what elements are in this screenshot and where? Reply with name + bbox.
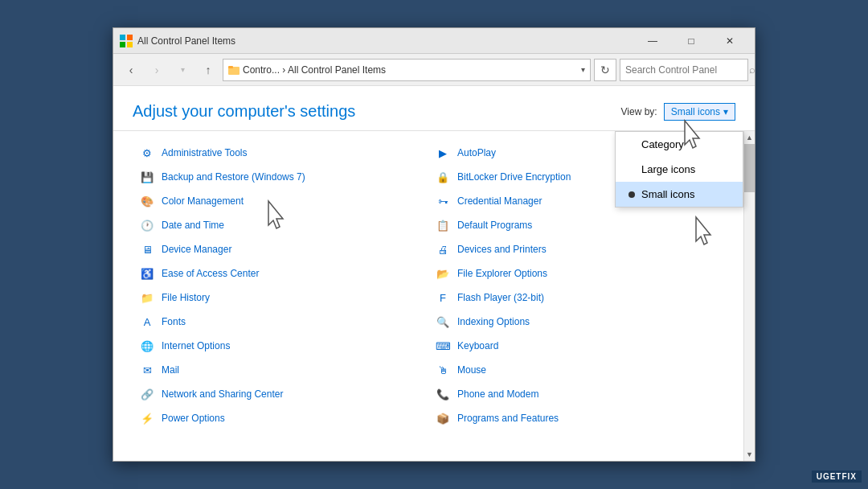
item-label: Fonts <box>162 316 186 327</box>
item-icon: 📋 <box>435 217 451 233</box>
recent-locations-button[interactable]: ▾ <box>171 59 194 81</box>
window-controls: — □ ✕ <box>634 28 748 54</box>
scroll-thumb[interactable] <box>744 144 755 192</box>
item-icon: ✉ <box>139 362 155 378</box>
list-item[interactable]: 📂 File Explorer Options <box>428 261 724 286</box>
list-item[interactable]: 🖱 Mouse <box>428 358 724 382</box>
dropdown-small-icons[interactable]: Small icons <box>616 182 743 207</box>
svg-rect-2 <box>120 42 125 47</box>
up-button[interactable]: ↑ <box>197 59 219 81</box>
item-label: File History <box>162 292 210 303</box>
item-icon: 🔗 <box>139 386 155 402</box>
item-label: Internet Options <box>162 340 230 351</box>
list-item[interactable]: 📁 File History <box>133 286 428 310</box>
list-item[interactable]: 📦 Programs and Features <box>428 406 724 430</box>
item-icon: 🖥 <box>139 241 155 257</box>
back-button[interactable]: ‹ <box>120 59 142 81</box>
item-label: AutoPlay <box>457 147 496 158</box>
item-label: BitLocker Drive Encryption <box>457 171 571 183</box>
item-label: Default Programs <box>457 220 532 231</box>
list-item[interactable]: ⌨ Keyboard <box>428 334 724 358</box>
search-icon: ⌕ <box>749 64 755 76</box>
maximize-button[interactable]: □ <box>673 28 710 54</box>
item-icon: ▶ <box>435 145 451 161</box>
view-dropdown-overlay: Category Large icons Small icons <box>615 131 743 208</box>
search-input[interactable] <box>625 64 746 76</box>
item-icon: 🔒 <box>435 169 451 185</box>
title-bar: All Control Panel Items — □ ✕ <box>113 28 755 54</box>
list-item[interactable]: 💾 Backup and Restore (Windows 7) <box>133 165 428 189</box>
item-label: Devices and Printers <box>457 244 547 255</box>
item-icon: 💾 <box>139 169 155 185</box>
view-by-section: View by: Small icons ▾ <box>621 103 736 121</box>
main-window: All Control Panel Items — □ ✕ ‹ › ▾ ↑ Co… <box>113 27 755 462</box>
item-icon: 🎨 <box>139 193 155 209</box>
item-label: Phone and Modem <box>457 388 538 400</box>
item-icon: 🖨 <box>435 241 451 257</box>
item-icon: ⌨ <box>435 338 451 354</box>
item-icon: 🖱 <box>435 362 451 378</box>
dropdown-large-icons[interactable]: Large icons <box>616 157 743 182</box>
item-icon: 🗝 <box>435 193 451 209</box>
dropdown-category[interactable]: Category <box>616 132 743 157</box>
svg-rect-5 <box>228 66 233 68</box>
scroll-up-arrow[interactable]: ▲ <box>744 131 755 144</box>
dropdown-category-label: Category <box>641 138 684 150</box>
list-item[interactable]: 🖨 Devices and Printers <box>428 237 724 261</box>
item-icon: ♿ <box>139 265 155 281</box>
list-item[interactable]: 📞 Phone and Modem <box>428 382 724 406</box>
address-dropdown-arrow[interactable]: ▾ <box>581 65 585 74</box>
forward-button[interactable]: › <box>145 59 168 81</box>
item-icon: ⚙ <box>139 145 155 161</box>
watermark: UGETFIX <box>812 471 862 483</box>
vertical-scrollbar: ▲ ▼ <box>743 131 755 461</box>
item-icon: 📂 <box>435 265 451 281</box>
item-icon: 🕐 <box>139 217 155 233</box>
item-label: Network and Sharing Center <box>162 388 283 400</box>
address-field[interactable]: Contro... › All Control Panel Items ▾ <box>223 59 591 81</box>
item-label: Mouse <box>457 364 486 376</box>
item-label: Programs and Features <box>457 413 559 424</box>
list-item[interactable]: 🌐 Internet Options <box>133 334 428 358</box>
list-item[interactable]: ⚙ Administrative Tools <box>133 141 428 165</box>
list-item[interactable]: ♿ Ease of Access Center <box>133 261 428 286</box>
window-title: All Control Panel Items <box>137 35 634 47</box>
list-item[interactable]: 📋 Default Programs <box>428 213 724 237</box>
item-label: File Explorer Options <box>457 268 547 279</box>
dropdown-large-icons-label: Large icons <box>641 163 695 175</box>
item-label: Ease of Access Center <box>162 268 259 279</box>
content-header: Adjust your computer's settings View by:… <box>113 86 755 131</box>
close-button[interactable]: ✕ <box>711 28 748 54</box>
item-icon: 🔍 <box>435 314 451 330</box>
item-label: Credential Manager <box>457 195 542 207</box>
item-label: Device Manager <box>162 244 231 255</box>
dropdown-small-icons-label: Small icons <box>641 188 694 200</box>
minimize-button[interactable]: — <box>634 28 671 54</box>
folder-icon <box>228 64 240 76</box>
item-icon: 📞 <box>435 386 451 402</box>
svg-rect-1 <box>127 35 133 40</box>
list-item[interactable]: F Flash Player (32-bit) <box>428 286 724 310</box>
refresh-button[interactable]: ↻ <box>594 59 616 81</box>
list-item[interactable]: 🎨 Color Management <box>133 189 428 213</box>
list-item[interactable]: A Fonts <box>133 310 428 334</box>
item-label: Color Management <box>162 195 244 207</box>
item-icon: F <box>435 290 451 306</box>
breadcrumb-text: Contro... › All Control Panel Items <box>243 64 386 76</box>
list-item[interactable]: 🔍 Indexing Options <box>428 310 724 334</box>
small-icons-dot <box>628 191 635 198</box>
list-item[interactable]: ⚡ Power Options <box>133 406 428 430</box>
view-by-label: View by: <box>621 106 657 117</box>
view-dropdown-button[interactable]: Small icons ▾ <box>664 103 735 121</box>
window-icon <box>120 35 133 47</box>
list-item[interactable]: ✉ Mail <box>133 358 428 382</box>
content-area: Adjust your computer's settings View by:… <box>113 86 755 461</box>
list-item[interactable]: 🔗 Network and Sharing Center <box>133 382 428 406</box>
item-icon: 📁 <box>139 290 155 306</box>
list-item[interactable]: 🖥 Device Manager <box>133 237 428 261</box>
item-label: Mail <box>162 364 179 376</box>
list-item[interactable]: 🕐 Date and Time <box>133 213 428 237</box>
view-dropdown-value: Small icons <box>671 106 720 117</box>
window-body: Adjust your computer's settings View by:… <box>113 86 755 461</box>
scroll-down-arrow[interactable]: ▼ <box>744 448 755 461</box>
